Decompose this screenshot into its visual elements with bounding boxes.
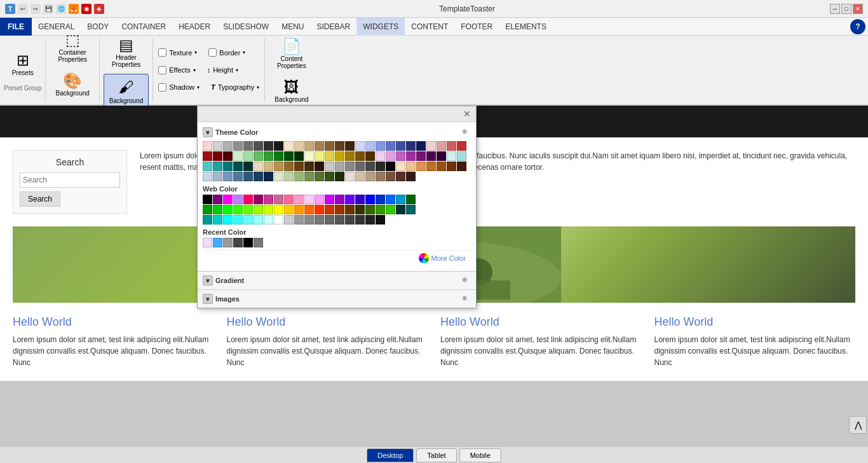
color-swatch[interactable] [264,141,273,151]
color-swatch[interactable] [243,205,253,214]
border-arrow[interactable]: ▾ [243,50,245,55]
color-swatch[interactable] [233,162,243,171]
color-swatch[interactable] [213,238,222,247]
color-swatch[interactable] [213,151,222,161]
color-swatch[interactable] [416,141,426,151]
color-swatch[interactable] [294,151,304,161]
color-swatch[interactable] [274,172,283,181]
color-swatch[interactable] [335,172,344,181]
color-swatch[interactable] [254,151,263,161]
color-swatch[interactable] [386,205,395,214]
color-swatch[interactable] [345,205,355,214]
color-swatch[interactable] [254,195,263,204]
color-swatch[interactable] [294,141,304,151]
color-swatch[interactable] [355,151,365,161]
color-swatch[interactable] [264,151,273,161]
color-swatch[interactable] [345,195,355,204]
color-swatch[interactable] [345,151,355,161]
color-swatch[interactable] [304,205,314,214]
color-swatch[interactable] [386,195,395,204]
color-swatch[interactable] [243,238,253,247]
color-swatch[interactable] [203,205,212,214]
color-swatch[interactable] [233,195,243,204]
color-swatch[interactable] [325,205,334,214]
color-swatch[interactable] [386,162,395,171]
color-swatch[interactable] [304,151,314,161]
color-swatch[interactable] [335,162,344,171]
color-swatch[interactable] [355,205,365,214]
color-swatch[interactable] [365,215,375,225]
theme-collapse-button[interactable]: ▼ [203,127,213,137]
color-swatch[interactable] [335,205,344,214]
undo-icon[interactable]: ↩ [18,4,28,14]
color-swatch[interactable] [213,162,222,171]
color-swatch[interactable] [274,141,283,151]
images-pin-button[interactable]: ⊕ [462,294,471,303]
color-swatch[interactable] [203,141,212,151]
popup-close-button[interactable]: ✕ [463,109,471,119]
gradient-pin-button[interactable]: ⊕ [462,276,471,285]
color-swatch[interactable] [274,195,283,204]
color-swatch[interactable] [335,151,344,161]
container-properties-button[interactable]: ⬚ ContainerProperties [52,28,93,66]
color-swatch[interactable] [406,205,416,214]
color-swatch[interactable] [254,141,263,151]
color-swatch[interactable] [264,195,273,204]
color-swatch[interactable] [345,172,355,181]
color-swatch[interactable] [396,141,405,151]
search-button[interactable]: Search [20,191,60,207]
color-swatch[interactable] [294,205,304,214]
color-swatch[interactable] [406,141,416,151]
close-button[interactable]: ✕ [853,4,863,14]
color-swatch[interactable] [304,215,314,225]
color-swatch[interactable] [274,215,283,225]
color-swatch[interactable] [315,195,324,204]
color-swatch[interactable] [345,162,355,171]
color-swatch[interactable] [254,162,263,171]
color-swatch[interactable] [233,238,243,247]
color-swatch[interactable] [223,162,233,171]
color-swatch[interactable] [223,238,233,247]
color-swatch[interactable] [426,151,436,161]
color-swatch[interactable] [416,162,426,171]
color-swatch[interactable] [213,172,222,181]
color-swatch[interactable] [325,215,334,225]
theme-pin-button[interactable]: ⊕ [462,128,471,137]
save-icon[interactable]: 💾 [43,4,53,14]
color-swatch[interactable] [264,172,273,181]
scroll-to-top-button[interactable]: ⋀ [849,416,867,434]
background2-button[interactable]: 🖌 Background [104,74,149,107]
gradient-collapse-button[interactable]: ▼ [203,275,213,286]
color-swatch[interactable] [203,172,212,181]
color-swatch[interactable] [437,141,446,151]
color-swatch[interactable] [243,172,253,181]
color-swatch[interactable] [376,215,385,225]
menu-widgets[interactable]: WIDGETS [356,18,405,36]
color-swatch[interactable] [223,172,233,181]
header-properties-button[interactable]: ▤ HeaderProperties [106,33,147,71]
color-swatch[interactable] [447,141,456,151]
color-swatch[interactable] [315,151,324,161]
tab-tablet[interactable]: Tablet [416,448,456,462]
color-swatch[interactable] [345,141,355,151]
menu-elements[interactable]: ELEMENTS [499,18,553,36]
color-swatch[interactable] [213,205,222,214]
color-swatch[interactable] [264,162,273,171]
color-swatch[interactable] [355,172,365,181]
color-swatch[interactable] [284,141,294,151]
restore-button[interactable]: □ [841,4,851,14]
color-swatch[interactable] [243,162,253,171]
background3-button[interactable]: 🖼 Background [269,75,314,106]
color-swatch[interactable] [386,172,395,181]
effects-arrow[interactable]: ▾ [193,67,196,73]
texture-arrow[interactable]: ▾ [194,50,197,55]
color-swatch[interactable] [365,205,375,214]
typography-arrow[interactable]: ▾ [257,85,259,90]
color-swatch[interactable] [325,195,334,204]
color-swatch[interactable] [376,151,385,161]
color-swatch[interactable] [365,172,375,181]
color-swatch[interactable] [325,151,334,161]
color-swatch[interactable] [335,215,344,225]
color-swatch[interactable] [203,195,212,204]
tab-desktop[interactable]: Desktop [367,448,414,462]
